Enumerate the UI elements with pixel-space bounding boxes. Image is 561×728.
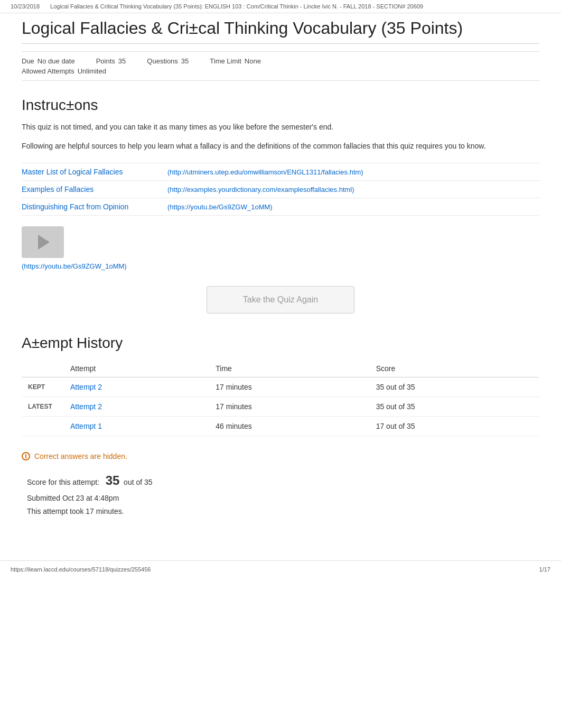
attempt-link[interactable]: Attempt 2 xyxy=(70,383,102,391)
link-row-2: Examples of Fallacies (http://examples.y… xyxy=(22,181,539,198)
submitted-line: Submitted Oct 23 at 4:48pm xyxy=(27,492,539,505)
attempt-link[interactable]: Attempt 1 xyxy=(70,422,102,430)
attempt-link[interactable]: Attempt 2 xyxy=(70,402,102,411)
attempt-badge: LATEST xyxy=(22,397,64,416)
points-pair: Points 35 xyxy=(96,57,126,65)
master-list-url[interactable]: (http://utminers.utep.edu/omwilliamson/E… xyxy=(167,168,363,176)
instructions-para1: This quiz is not timed, and you can take… xyxy=(22,121,539,133)
notice-icon xyxy=(22,452,30,460)
points-label: Points xyxy=(96,57,115,65)
top-breadcrumb: Logical Fallacies & Critical Thinking Vo… xyxy=(50,3,423,10)
page-title: Logical Fallacies & Cri±cal Thinking Voc… xyxy=(22,19,539,44)
time-limit-label: Time Limit xyxy=(210,57,241,65)
due-label: Due xyxy=(22,57,34,65)
attempt-badge xyxy=(22,416,64,436)
attempt-time: 17 minutes xyxy=(209,377,369,397)
top-bar: 10/23/2018 Logical Fallacies & Critical … xyxy=(0,0,561,13)
due-value: No due date xyxy=(38,57,75,65)
table-row: KEPTAttempt 217 minutes35 out of 35 xyxy=(22,377,539,397)
footer-pagination: 1/17 xyxy=(539,566,550,573)
attempt-link-cell: Attempt 2 xyxy=(64,377,209,397)
notice-box: Correct answers are hidden. xyxy=(22,452,539,460)
score-out-of: out of 35 xyxy=(124,478,153,486)
footer-url: https://ilearn.laccd.edu/courses/57118/q… xyxy=(11,566,151,573)
allowed-pair: Allowed Attempts Unlimited xyxy=(22,67,518,75)
questions-value: 35 xyxy=(181,57,189,65)
col-time: Time xyxy=(209,360,369,377)
link-row-3: Distinguishing Fact from Opinion (https:… xyxy=(22,198,539,216)
attempt-score: 17 out of 35 xyxy=(370,416,539,436)
duration-line: This attempt took 17 minutes. xyxy=(27,505,539,518)
attempt-score: 35 out of 35 xyxy=(370,397,539,416)
instructions-title: Instruc±ons xyxy=(22,97,539,114)
points-value: 35 xyxy=(118,57,126,65)
due-pair: Due No due date xyxy=(22,57,75,65)
col-attempt: Attempt xyxy=(64,360,209,377)
footer-bar: https://ilearn.laccd.edu/courses/57118/q… xyxy=(0,560,561,578)
master-list-link[interactable]: Master List of Logical Fallacies xyxy=(22,168,159,176)
notice-icon-inner xyxy=(25,454,26,458)
top-date: 10/23/2018 xyxy=(11,3,40,10)
time-limit-value: None xyxy=(245,57,261,65)
video-thumbnail xyxy=(22,226,64,258)
score-line: Score for this attempt: 35 out of 35 xyxy=(27,469,539,492)
attempt-history-table: Attempt Time Score KEPTAttempt 217 minut… xyxy=(22,360,539,436)
table-header-row: Attempt Time Score xyxy=(22,360,539,377)
video-link[interactable]: (https://youtu.be/Gs9ZGW_1oMM) xyxy=(22,262,539,270)
take-quiz-button[interactable]: Take the Quiz Again xyxy=(207,286,354,314)
score-number: 35 xyxy=(106,473,120,487)
meta-section: Due No due date Points 35 Questions 35 T… xyxy=(22,51,539,81)
attempt-badge: KEPT xyxy=(22,377,64,397)
attempt-history-title: A±empt History xyxy=(22,335,539,352)
col-score: Score xyxy=(370,360,539,377)
attempt-link-cell: Attempt 2 xyxy=(64,397,209,416)
table-row: Attempt 146 minutes17 out of 35 xyxy=(22,416,539,436)
fact-opinion-link[interactable]: Distinguishing Fact from Opinion xyxy=(22,202,159,211)
link-row-1: Master List of Logical Fallacies (http:/… xyxy=(22,163,539,181)
fact-opinion-url[interactable]: (https://youtu.be/Gs9ZGW_1oMM) xyxy=(167,203,273,211)
questions-pair: Questions 35 xyxy=(147,57,189,65)
time-limit-pair: Time Limit None xyxy=(210,57,261,65)
attempt-time: 46 minutes xyxy=(209,416,369,436)
score-section: Score for this attempt: 35 out of 35 Sub… xyxy=(27,469,539,519)
notice-text: Correct answers are hidden. xyxy=(34,452,127,460)
attempt-score: 35 out of 35 xyxy=(370,377,539,397)
instructions-para2: Following are helpful sources to help yo… xyxy=(22,140,539,152)
allowed-label: Allowed Attempts xyxy=(22,67,74,75)
questions-label: Questions xyxy=(147,57,178,65)
examples-fallacies-url[interactable]: (http://examples.yourdictionary.com/exam… xyxy=(167,186,354,193)
allowed-value: Unlimited xyxy=(78,67,106,75)
table-row: LATESTAttempt 217 minutes35 out of 35 xyxy=(22,397,539,416)
score-label: Score for this attempt: xyxy=(27,478,99,486)
attempt-link-cell: Attempt 1 xyxy=(64,416,209,436)
col-badge xyxy=(22,360,64,377)
resource-links: Master List of Logical Fallacies (http:/… xyxy=(22,163,539,216)
attempt-time: 17 minutes xyxy=(209,397,369,416)
play-icon xyxy=(38,235,50,250)
examples-fallacies-link[interactable]: Examples of Fallacies xyxy=(22,185,159,193)
